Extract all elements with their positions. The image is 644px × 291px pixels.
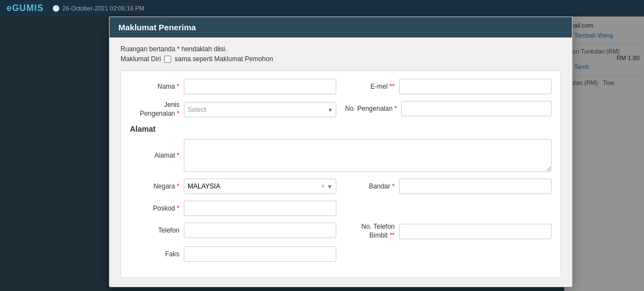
negara-input[interactable] <box>188 182 319 190</box>
telefon-label: Telefon <box>130 227 179 234</box>
form-row-faks: Faks <box>130 246 552 262</box>
faks-label: Faks <box>130 250 179 258</box>
form-group-bandar: Bandar * <box>345 179 552 194</box>
nama-required-star: * <box>177 83 179 90</box>
address-section: Alamat Alamat * Negara <box>130 125 552 262</box>
poskod-label: Poskod * <box>130 204 179 212</box>
form-group-no-pengenalan: No. Pengenalan * <box>345 101 552 116</box>
no-pengenalan-input[interactable] <box>401 101 552 116</box>
app-header: eGUMIS 🕐 26-October-2021 02:06:16 PM <box>0 0 644 17</box>
bandar-label: Bandar * <box>345 182 395 190</box>
datetime-display: 🕐 26-October-2021 02:06:16 PM <box>52 5 144 12</box>
no-telefon-bimbit-input[interactable] <box>399 224 552 239</box>
logo-e: e <box>7 3 12 13</box>
modal-body: Ruangan bertanda * hendaklah diisi. Makl… <box>110 37 572 287</box>
address-section-title: Alamat <box>130 125 552 133</box>
required-note: Ruangan bertanda * hendaklah diisi. <box>121 45 561 53</box>
jenis-select-wrapper: Select ▼ <box>184 102 336 117</box>
form-group-alamat: Alamat * <box>130 139 552 172</box>
form-section-personal: Nama * E-mel ** JenisPenge <box>121 71 561 278</box>
negara-arrow-icon[interactable]: ▼ <box>327 184 332 190</box>
form-group-nama: Nama * <box>130 79 336 94</box>
poskod-required-star: * <box>177 204 179 212</box>
same-as-row: Maklumat Diri sama seperti Maklumat Pemo… <box>121 55 561 63</box>
logo-gumis: GUMIS <box>12 3 43 13</box>
datetime-text: 26-October-2021 02:06:16 PM <box>62 5 144 12</box>
form-group-telefon: Telefon <box>130 223 336 238</box>
form-row-alamat: Alamat * <box>130 139 552 172</box>
form-group-negara: Negara * × ▼ <box>130 179 336 194</box>
emel-required-star: ** <box>390 83 395 90</box>
form-group-faks: Faks <box>130 246 336 262</box>
telefon-input[interactable] <box>184 223 336 238</box>
no-pengenalan-required-star: * <box>394 105 397 112</box>
bandar-input[interactable] <box>399 179 552 194</box>
modal-maklumat-penerima: Maklumat Penerima Ruangan bertanda * hen… <box>109 17 572 287</box>
alamat-label: Alamat * <box>130 152 179 159</box>
form-row-poskod: Poskod * <box>130 201 552 216</box>
negara-required-star: * <box>177 182 179 190</box>
negara-clear-icon[interactable]: × <box>321 182 325 190</box>
jenis-pengenalan-select[interactable]: Select <box>184 102 336 117</box>
clock-icon: 🕐 <box>52 5 60 12</box>
form-row-negara-bandar: Negara * × ▼ Bandar * <box>130 179 552 194</box>
alamat-textarea[interactable] <box>184 139 552 172</box>
form-group-poskod: Poskod * <box>130 201 336 216</box>
nama-input[interactable] <box>184 79 336 94</box>
same-as-applicant-label: sama seperti Maklumat Pemohon <box>174 55 273 63</box>
jenis-required-star: * <box>177 110 179 117</box>
no-pengenalan-label: No. Pengenalan * <box>345 105 397 112</box>
no-telefon-bimbit-label: No. TelefonBimbit ** <box>345 223 395 240</box>
poskod-input[interactable] <box>184 201 336 216</box>
emel-input[interactable] <box>399 79 552 94</box>
maklumat-diri-label: Maklumat Diri <box>121 55 161 63</box>
bandar-required-star: * <box>392 182 395 190</box>
emel-label: E-mel ** <box>345 83 395 90</box>
faks-input[interactable] <box>184 246 336 262</box>
form-group-no-telefon-bimbit: No. TelefonBimbit ** <box>345 223 552 240</box>
form-row-nama-emel: Nama * E-mel ** <box>130 79 552 94</box>
jenis-pengenalan-label: JenisPengenalan * <box>130 101 179 118</box>
app-logo: eGUMIS <box>7 3 43 13</box>
nama-label: Nama * <box>130 83 179 90</box>
negara-select-wrapper[interactable]: × ▼ <box>184 179 336 194</box>
modal-header: Maklumat Penerima <box>110 17 572 37</box>
bimbit-required-star: ** <box>390 231 395 239</box>
same-as-checkbox[interactable] <box>164 56 171 63</box>
form-row-jenis-no: JenisPengenalan * Select ▼ No. Pengenala… <box>130 101 552 118</box>
form-group-jenis: JenisPengenalan * Select ▼ <box>130 101 336 118</box>
form-group-emel: E-mel ** <box>345 79 552 94</box>
alamat-required-star: * <box>177 152 179 159</box>
modal-title: Maklumat Penerima <box>118 23 196 32</box>
form-row-telefon: Telefon No. TelefonBimbit ** <box>130 223 552 240</box>
negara-label: Negara * <box>130 182 179 190</box>
